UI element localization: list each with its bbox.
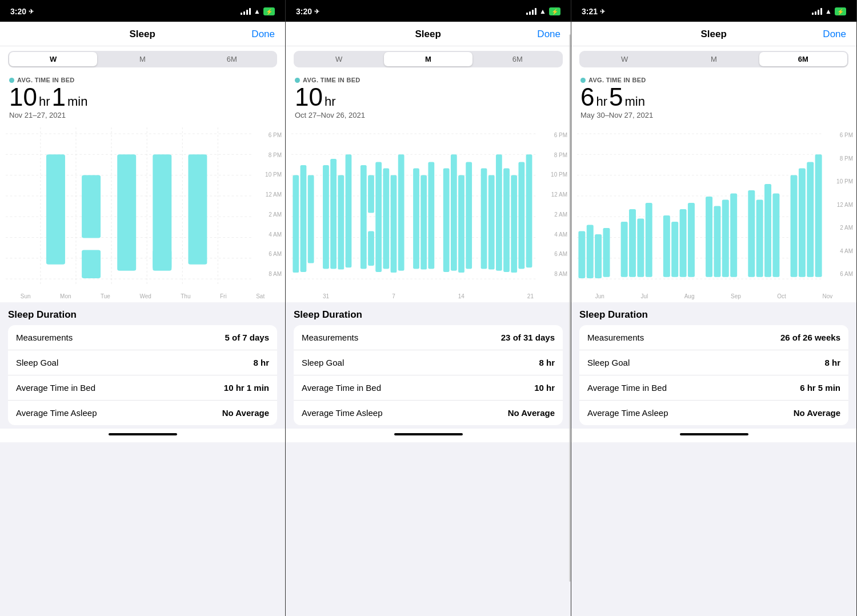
- location-icon-3: ✈: [600, 8, 605, 15]
- stat-row-measurements-2: Measurements 23 of 31 days: [294, 325, 563, 350]
- big-hr-3: 6: [580, 85, 594, 110]
- stat-value-2-1: 8 hr: [539, 358, 555, 367]
- segment-6m-2[interactable]: 6M: [474, 52, 562, 66]
- stat-value-3-2: 6 hr 5 min: [800, 383, 840, 393]
- stat-label-1-2: Average Time in Bed: [16, 383, 95, 393]
- chart-area-2: 6 PM 8 PM 10 PM 12 AM 2 AM 4 AM 6 AM 8 A…: [286, 125, 571, 302]
- stat-row-measurements-1: Measurements 5 of 7 days: [8, 325, 277, 350]
- status-bar-3: 3:21 ✈ ▲ ⚡: [571, 0, 856, 22]
- battery-icon-3: ⚡: [835, 7, 846, 15]
- svg-rect-46: [443, 169, 450, 273]
- svg-rect-75: [680, 209, 687, 277]
- done-button-2[interactable]: Done: [537, 29, 560, 40]
- big-number-3: 6 hr 5 min: [580, 85, 847, 110]
- svg-rect-72: [646, 203, 652, 277]
- big-hr-2: 10: [295, 85, 323, 110]
- svg-rect-66: [587, 225, 594, 279]
- status-right-3: ▲ ⚡: [812, 7, 846, 15]
- big-min-unit-1: min: [67, 95, 87, 108]
- svg-rect-40: [383, 169, 389, 269]
- stats-header-1: AVG. TIME IN BED 10 hr 1 min Nov 21–27, …: [0, 72, 285, 125]
- svg-rect-86: [799, 169, 806, 277]
- status-right-2: ▲ ⚡: [526, 7, 560, 15]
- sleep-duration-2: Sleep Duration Measurements 23 of 31 day…: [286, 302, 571, 429]
- segment-wrapper-1: W M 6M: [8, 51, 277, 67]
- svg-rect-68: [603, 228, 610, 277]
- stat-row-timeinbed-1: Average Time in Bed 10 hr 1 min: [8, 375, 277, 401]
- stat-value-2-2: 10 hr: [534, 383, 555, 393]
- svg-rect-65: [578, 231, 585, 279]
- segment-control-1: W M 6M: [0, 46, 285, 72]
- svg-rect-39: [375, 162, 382, 273]
- segment-m-3[interactable]: M: [670, 52, 758, 66]
- section-title-3: Sleep Duration: [579, 309, 848, 321]
- svg-rect-50: [481, 169, 487, 269]
- done-button-3[interactable]: Done: [823, 29, 846, 40]
- stat-label-2-1: Sleep Goal: [302, 358, 344, 367]
- segment-w-3[interactable]: W: [580, 52, 668, 66]
- bottom-section-1: Sleep Duration Measurements 5 of 7 days …: [0, 302, 285, 616]
- stat-value-3-3: No Average: [794, 408, 840, 418]
- segment-m-1[interactable]: M: [98, 52, 186, 66]
- chart-inner-3: 6 PM 8 PM 10 PM 12 AM 2 AM 4 AM 6 AM: [571, 127, 856, 291]
- svg-rect-47: [451, 154, 457, 271]
- stat-label-1-3: Average Time Asleep: [16, 408, 97, 418]
- segment-w-2[interactable]: W: [295, 52, 383, 66]
- stat-row-goal-1: Sleep Goal 8 hr: [8, 350, 277, 375]
- big-min-1: 1: [52, 85, 66, 110]
- panel-6month: 3:21 ✈ ▲ ⚡ Sleep Done W M 6M AVG. TIM: [571, 0, 857, 616]
- svg-rect-37: [368, 175, 374, 213]
- svg-rect-42: [398, 154, 405, 271]
- svg-rect-74: [671, 222, 678, 277]
- svg-rect-19: [153, 250, 171, 269]
- status-left-3: 3:21 ✈: [582, 7, 605, 16]
- home-indicator-1: [0, 429, 285, 442]
- stat-row-measurements-3: Measurements 26 of 26 weeks: [579, 325, 848, 350]
- segment-6m-3[interactable]: 6M: [759, 52, 847, 66]
- stat-label-2-0: Measurements: [302, 333, 358, 342]
- svg-rect-56: [526, 154, 532, 267]
- home-bar-1: [109, 433, 177, 435]
- chart-bars-2: [286, 127, 543, 291]
- segment-m-2[interactable]: M: [384, 52, 472, 66]
- svg-rect-36: [361, 165, 367, 269]
- segment-control-2: W M 6M: [286, 46, 571, 72]
- done-button-1[interactable]: Done: [251, 29, 275, 40]
- stat-label-3-3: Average Time Asleep: [587, 408, 668, 418]
- svg-rect-53: [503, 169, 510, 273]
- location-icon-2: ✈: [314, 8, 319, 15]
- stat-value-1-2: 10 hr 1 min: [224, 383, 269, 393]
- segment-6m-1[interactable]: 6M: [188, 52, 276, 66]
- svg-rect-44: [421, 175, 427, 270]
- svg-rect-52: [496, 154, 502, 271]
- bottom-section-2: Sleep Duration Measurements 23 of 31 day…: [286, 302, 571, 616]
- svg-rect-77: [706, 197, 712, 277]
- svg-rect-87: [807, 162, 814, 277]
- svg-rect-15: [82, 175, 101, 238]
- battery-icon-2: ⚡: [549, 7, 560, 15]
- stat-row-asleep-3: Average Time Asleep No Average: [579, 401, 848, 425]
- svg-rect-30: [301, 165, 307, 272]
- big-number-1: 10 hr 1 min: [9, 85, 276, 110]
- svg-rect-32: [323, 165, 329, 269]
- chart-inner-2: 6 PM 8 PM 10 PM 12 AM 2 AM 4 AM 6 AM 8 A…: [286, 127, 571, 291]
- stat-label-3-1: Sleep Goal: [587, 358, 630, 367]
- svg-rect-17: [117, 154, 136, 271]
- big-hr-unit-1: hr: [39, 95, 50, 108]
- chart-area-1: 6 PM 8 PM 10 PM 12 AM 2 AM 4 AM 6 AM 8 A…: [0, 125, 285, 302]
- chart-y-labels-2: 6 PM 8 PM 10 PM 12 AM 2 AM 4 AM 6 AM 8 A…: [543, 127, 571, 291]
- chart-bars-1: [0, 127, 258, 291]
- date-range-3: May 30–Nov 27, 2021: [580, 111, 847, 119]
- section-title-2: Sleep Duration: [294, 309, 563, 321]
- stat-row-goal-3: Sleep Goal 8 hr: [579, 350, 848, 375]
- stat-label-3-2: Average Time in Bed: [587, 383, 667, 393]
- svg-rect-35: [346, 154, 352, 267]
- chart-svg-2: [291, 127, 538, 291]
- svg-rect-67: [595, 234, 602, 278]
- avg-dot-1: [9, 78, 14, 83]
- segment-w-1[interactable]: W: [9, 52, 97, 66]
- wifi-icon-1: ▲: [254, 7, 261, 15]
- status-time-1: 3:20: [10, 7, 26, 16]
- stats-card-1: Measurements 5 of 7 days Sleep Goal 8 hr…: [8, 325, 277, 425]
- svg-rect-73: [663, 215, 670, 277]
